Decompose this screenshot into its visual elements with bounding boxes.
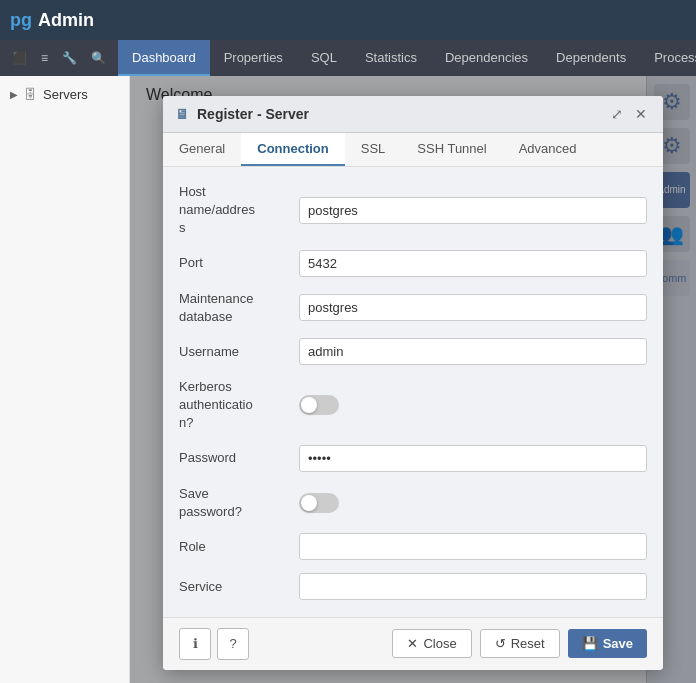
form-row-service: Service bbox=[163, 567, 663, 607]
form-row-hostname: Host name/addres s bbox=[163, 177, 663, 244]
reset-label: Reset bbox=[511, 636, 545, 651]
footer-left: ℹ ? bbox=[179, 628, 249, 660]
save-button[interactable]: 💾 Save bbox=[568, 629, 647, 658]
nav-bar: ⬛ ≡ 🔧 🔍 Dashboard Properties SQL Statist… bbox=[0, 40, 696, 76]
tab-properties[interactable]: Properties bbox=[210, 40, 297, 76]
tab-ssl[interactable]: SSL bbox=[345, 133, 402, 166]
modal-header-actions: ⤢ ✕ bbox=[607, 104, 651, 124]
content-area: ▶ 🗄 Servers Welcome ⚙ ⚙ Admin 👥 comm 🖥 bbox=[0, 76, 696, 683]
reset-button[interactable]: ↺ Reset bbox=[480, 629, 560, 658]
close-button[interactable]: ✕ Close bbox=[392, 629, 471, 658]
info-button[interactable]: ℹ bbox=[179, 628, 211, 660]
save-label: Save bbox=[603, 636, 633, 651]
tab-advanced[interactable]: Advanced bbox=[503, 133, 593, 166]
save-icon: 💾 bbox=[582, 636, 598, 651]
expand-button[interactable]: ⤢ bbox=[607, 104, 627, 124]
label-kerberos: Kerberos authenticatio n? bbox=[179, 378, 299, 433]
input-username[interactable] bbox=[299, 338, 647, 365]
modal-overlay: 🖥 Register - Server ⤢ ✕ General Connecti… bbox=[130, 76, 696, 683]
toggle-save-password[interactable] bbox=[299, 493, 339, 513]
form-row-maintenance-db: Maintenance database bbox=[163, 284, 663, 332]
modal-footer: ℹ ? ✕ Close ↺ Reset 💾 bbox=[163, 617, 663, 670]
modal-title: 🖥 Register - Server bbox=[175, 106, 309, 122]
top-bar: pgAdmin bbox=[0, 0, 696, 40]
nav-icons: ⬛ ≡ 🔧 🔍 bbox=[0, 40, 118, 76]
sidebar-item-servers[interactable]: ▶ 🗄 Servers bbox=[0, 82, 129, 107]
close-label: Close bbox=[423, 636, 456, 651]
label-hostname: Host name/addres s bbox=[179, 183, 299, 238]
modal-tabs: General Connection SSL SSH Tunnel Advanc… bbox=[163, 133, 663, 167]
tab-dashboard[interactable]: Dashboard bbox=[118, 40, 210, 76]
input-service[interactable] bbox=[299, 573, 647, 600]
modal-close-x-button[interactable]: ✕ bbox=[631, 104, 651, 124]
tab-general[interactable]: General bbox=[163, 133, 241, 166]
form-row-port: Port bbox=[163, 244, 663, 284]
form-row-username: Username bbox=[163, 332, 663, 372]
label-service: Service bbox=[179, 578, 299, 596]
label-role: Role bbox=[179, 538, 299, 556]
form-row-password: Password bbox=[163, 439, 663, 479]
close-icon: ✕ bbox=[407, 636, 418, 651]
logo-pg: pg bbox=[10, 10, 32, 31]
form-row-role: Role bbox=[163, 527, 663, 567]
input-password[interactable] bbox=[299, 445, 647, 472]
label-save-password: Save password? bbox=[179, 485, 299, 521]
server-icon: 🖥 bbox=[175, 106, 189, 122]
tab-sql[interactable]: SQL bbox=[297, 40, 351, 76]
nav-tabs: Dashboard Properties SQL Statistics Depe… bbox=[118, 40, 696, 76]
tab-ssh-tunnel[interactable]: SSH Tunnel bbox=[401, 133, 502, 166]
label-password: Password bbox=[179, 449, 299, 467]
main-content: Welcome ⚙ ⚙ Admin 👥 comm 🖥 Register - Se… bbox=[130, 76, 696, 683]
object-icon-btn[interactable]: ⬛ bbox=[6, 47, 33, 69]
tab-dependencies[interactable]: Dependencies bbox=[431, 40, 542, 76]
logo-admin: Admin bbox=[38, 10, 94, 31]
tab-dependents[interactable]: Dependents bbox=[542, 40, 640, 76]
modal-register-server: 🖥 Register - Server ⤢ ✕ General Connecti… bbox=[163, 96, 663, 670]
input-role[interactable] bbox=[299, 533, 647, 560]
reset-icon: ↺ bbox=[495, 636, 506, 651]
footer-right: ✕ Close ↺ Reset 💾 Save bbox=[392, 629, 647, 658]
sidebar-item-label: Servers bbox=[43, 87, 88, 102]
tab-processes[interactable]: Processes bbox=[640, 40, 696, 76]
modal-form: Host name/addres s Port Maintenance data… bbox=[163, 167, 663, 617]
chevron-right-icon: ▶ bbox=[10, 89, 18, 100]
modal-header: 🖥 Register - Server ⤢ ✕ bbox=[163, 96, 663, 133]
tab-statistics[interactable]: Statistics bbox=[351, 40, 431, 76]
properties-icon-btn[interactable]: ≡ bbox=[35, 47, 54, 69]
label-username: Username bbox=[179, 343, 299, 361]
help-button[interactable]: ? bbox=[217, 628, 249, 660]
label-maintenance-db: Maintenance database bbox=[179, 290, 299, 326]
input-hostname[interactable] bbox=[299, 197, 647, 224]
tab-connection[interactable]: Connection bbox=[241, 133, 345, 166]
modal-title-text: Register - Server bbox=[197, 106, 309, 122]
input-port[interactable] bbox=[299, 250, 647, 277]
form-row-save-password: Save password? bbox=[163, 479, 663, 527]
form-row-kerberos: Kerberos authenticatio n? bbox=[163, 372, 663, 439]
logo: pgAdmin bbox=[10, 10, 94, 31]
search-icon-btn[interactable]: 🔍 bbox=[85, 47, 112, 69]
input-maintenance-db[interactable] bbox=[299, 294, 647, 321]
tools-icon-btn[interactable]: 🔧 bbox=[56, 47, 83, 69]
toggle-kerberos[interactable] bbox=[299, 395, 339, 415]
label-port: Port bbox=[179, 254, 299, 272]
server-icon: 🗄 bbox=[24, 87, 37, 102]
sidebar: ▶ 🗄 Servers bbox=[0, 76, 130, 683]
